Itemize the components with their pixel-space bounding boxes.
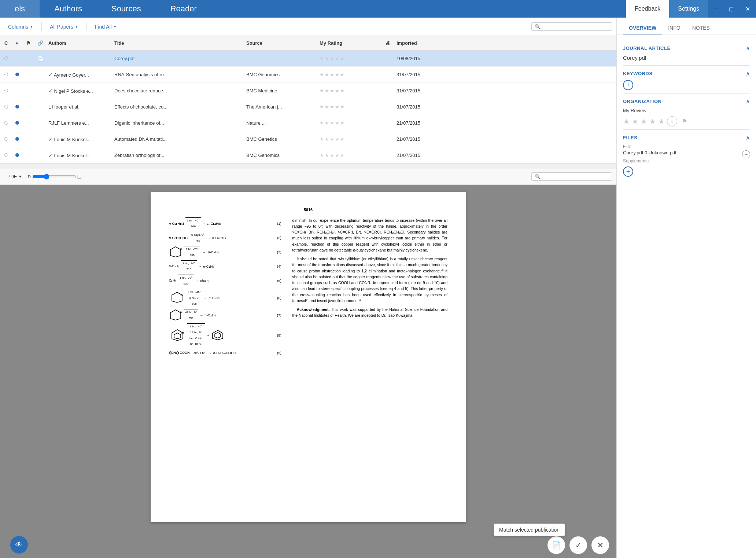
tab-info[interactable]: INFO [662, 22, 686, 34]
toolbar-separator-2 [86, 22, 87, 31]
table-row[interactable]: ✓ Louis M Kunkel... Zebrafish orthologs … [0, 147, 616, 164]
check-button[interactable]: ✓ [569, 536, 587, 554]
left-panel: Columns ▼ All Papers ▼ Find All ▼ 🔍 C ● … [0, 18, 617, 558]
keywords-section-header: KEYWORDS ∧ [623, 70, 750, 77]
star-3[interactable]: ★ [641, 117, 647, 126]
add-supplement-button[interactable]: + [623, 166, 633, 177]
cell-c [3, 120, 14, 126]
settings-button[interactable]: Settings [669, 0, 708, 18]
cell-authors: RJLF Lemmers e... [47, 120, 113, 126]
svg-marker-0 [170, 247, 181, 257]
cell-source: BMC Medicine [245, 88, 318, 93]
pdf-search-box[interactable]: 🔍 [531, 172, 612, 181]
horizontal-scrollbar[interactable] [0, 164, 616, 169]
columns-button[interactable]: Columns ▼ [4, 22, 37, 31]
close-icon: ✕ [597, 541, 604, 550]
table-row[interactable]: RJLF Lemmers e... Digenic inheritance of… [0, 115, 616, 131]
table-header: C ● ⚑ 🔗 Authors Title Source My Rating 🖨… [0, 36, 616, 51]
col-link: 🔗 [36, 40, 47, 46]
restore-button[interactable]: ◻ [723, 0, 740, 18]
cell-authors: ✓ Louis M Kunkel... [47, 153, 113, 158]
section-divider [623, 65, 750, 66]
cell-dot [14, 72, 25, 77]
cell-rating: ★★★★★ [318, 72, 384, 77]
table-row[interactable]: ✓ Nigel P Stocks e... Does chocolate red… [0, 83, 616, 99]
cell-source: BMC Genomics [245, 72, 318, 77]
my-review-label: My Review [623, 108, 750, 113]
star-2[interactable]: ★ [632, 117, 638, 126]
file-name: Corey.pdf 0 Unknown.pdf [623, 150, 676, 155]
cell-source: BMC Genetics [245, 136, 318, 142]
circle-button[interactable]: ○ [667, 116, 677, 126]
journal-article-toggle[interactable]: ∧ [746, 45, 750, 52]
nav-item-authors[interactable]: Authors [40, 0, 97, 18]
cell-rating: ★★★★★ [318, 56, 384, 61]
close-button[interactable]: ✕ [740, 0, 756, 18]
section-divider-3 [623, 129, 750, 130]
zoom-min-icon: D [28, 175, 31, 179]
eye-button[interactable]: 👁 [10, 536, 28, 554]
rating-row: ★ ★ ★ ★ ★ ○ ⚑ [623, 116, 750, 126]
cell-imported: 31/07/2015 [395, 72, 446, 77]
pdf-two-column: n-C₁₂H₂₅I 1 hr., -45°806 → n-C₁₄H₂₅ (1) … [169, 217, 447, 359]
table-body: 📄 Corey.pdf ★★★★★ 10/08/2015 ✓ Aymeric G… [0, 51, 616, 164]
nav-item-sources[interactable]: Sources [97, 0, 156, 18]
pdf-format-button[interactable]: PDF ▼ [4, 173, 25, 180]
tab-notes[interactable]: NOTES [686, 22, 716, 34]
add-keyword-button[interactable]: + [623, 80, 633, 90]
keywords-toggle[interactable]: ∧ [746, 70, 750, 77]
svg-marker-4 [170, 310, 181, 320]
col-flag: ⚑ [25, 40, 36, 46]
cell-dot [14, 153, 25, 158]
reject-button[interactable]: ✕ [591, 536, 609, 554]
cell-source: BMC Genomics [245, 153, 318, 158]
all-papers-button[interactable]: All Papers ▼ [46, 22, 82, 31]
feedback-button[interactable]: Feedback [626, 0, 669, 18]
table-row[interactable]: L Hooper et al. Effects of chocolate, co… [0, 99, 616, 115]
pdf-col-right: diminish. In our experience the optimum … [292, 217, 447, 359]
nav-item-reader[interactable]: Reader [156, 0, 211, 18]
toolbar: Columns ▼ All Papers ▼ Find All ▼ 🔍 [0, 18, 616, 36]
file-label: File: [623, 144, 750, 149]
cell-c [3, 136, 14, 142]
star-5[interactable]: ★ [658, 117, 665, 126]
search-icon: 🔍 [535, 24, 541, 29]
checkmark-icon: ✓ [575, 541, 582, 550]
table-row[interactable]: ✓ Louis M Kunkel... Automated DNA mutati… [0, 131, 616, 147]
document-search-icon: 📄 [552, 541, 561, 550]
organization-toggle[interactable]: ∧ [746, 98, 750, 105]
search-input[interactable] [542, 24, 609, 29]
col-c: C [3, 40, 14, 46]
pdf-content: 5616 n-C₁₂H₂₅I 1 hr., -45°806 → n-C₁₄H₂ [0, 185, 616, 532]
keywords-title: KEYWORDS [623, 71, 653, 76]
remove-file-button[interactable]: − [742, 150, 750, 158]
svg-text:Br: Br [181, 294, 184, 296]
cell-source: The American j... [245, 104, 318, 110]
tab-overview[interactable]: OVERVIEW [623, 22, 662, 34]
star-4[interactable]: ★ [649, 117, 656, 126]
search-icon: 🔍 [535, 174, 541, 179]
minimize-button[interactable]: – [708, 0, 723, 18]
supplements-label: Supplements: [623, 158, 650, 164]
files-toggle[interactable]: ∧ [746, 134, 750, 141]
top-nav: els Authors Sources Reader [0, 0, 626, 18]
nav-item-els[interactable]: els [0, 0, 40, 18]
cell-dot [14, 120, 25, 126]
find-all-button[interactable]: Find All ▼ [91, 22, 121, 31]
cell-authors: ✓ Aymeric Goyer... [47, 72, 113, 78]
eye-icon: 👁 [15, 541, 23, 549]
zoom-slider[interactable] [32, 174, 76, 180]
table-row[interactable]: 📄 Corey.pdf ★★★★★ 10/08/2015 [0, 51, 616, 67]
flag-button[interactable]: ⚑ [679, 116, 690, 126]
pdf-search-input[interactable] [542, 174, 609, 179]
search-box[interactable]: 🔍 [531, 22, 612, 31]
match-publication-tooltip: Match selected publication [494, 524, 565, 536]
star-1[interactable]: ★ [623, 117, 630, 126]
cell-authors: ✓ Nigel P Stocks e... [47, 88, 113, 94]
table-row[interactable]: ✓ Aymeric Goyer... RNA-Seq analysis of r… [0, 67, 616, 83]
organization-section-header: ORGANIZATION ∧ [623, 98, 750, 105]
files-section: File: Corey.pdf 0 Unknown.pdf − Suppleme… [623, 144, 750, 177]
match-publication-button[interactable]: 📄 [547, 536, 565, 554]
cell-imported: 21/07/2015 [395, 153, 446, 158]
cell-source: Nature ... [245, 120, 318, 126]
